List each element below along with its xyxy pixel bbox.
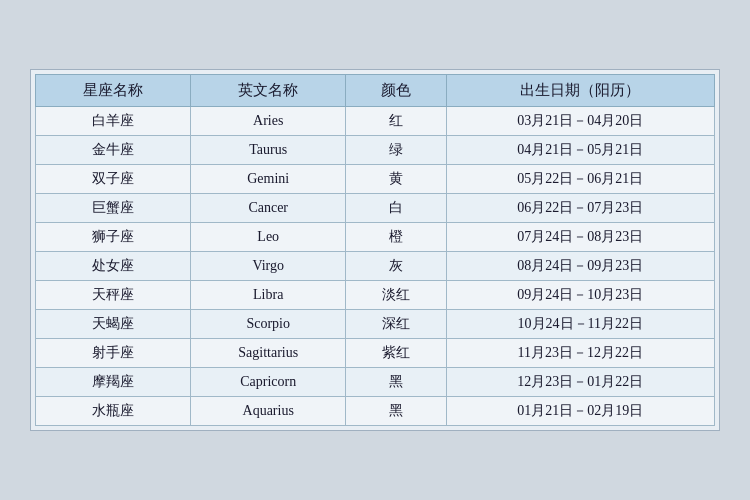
cell-dates: 06月22日－07月23日 [446,194,714,223]
cell-dates: 03月21日－04月20日 [446,107,714,136]
cell-color: 绿 [346,136,446,165]
cell-dates: 08月24日－09月23日 [446,252,714,281]
zodiac-table: 星座名称 英文名称 颜色 出生日期（阳历） 白羊座Aries红03月21日－04… [35,74,715,426]
table-row: 射手座Sagittarius紫红11月23日－12月22日 [36,339,715,368]
zodiac-table-container: 星座名称 英文名称 颜色 出生日期（阳历） 白羊座Aries红03月21日－04… [30,69,720,431]
cell-chinese: 狮子座 [36,223,191,252]
table-row: 巨蟹座Cancer白06月22日－07月23日 [36,194,715,223]
cell-color: 淡红 [346,281,446,310]
cell-chinese: 水瓶座 [36,397,191,426]
cell-dates: 09月24日－10月23日 [446,281,714,310]
cell-color: 黄 [346,165,446,194]
cell-chinese: 射手座 [36,339,191,368]
cell-color: 灰 [346,252,446,281]
cell-color: 白 [346,194,446,223]
cell-english: Sagittarius [191,339,346,368]
table-row: 天秤座Libra淡红09月24日－10月23日 [36,281,715,310]
cell-dates: 07月24日－08月23日 [446,223,714,252]
cell-english: Libra [191,281,346,310]
cell-dates: 04月21日－05月21日 [446,136,714,165]
table-header-row: 星座名称 英文名称 颜色 出生日期（阳历） [36,75,715,107]
cell-english: Capricorn [191,368,346,397]
cell-dates: 10月24日－11月22日 [446,310,714,339]
cell-english: Scorpio [191,310,346,339]
cell-chinese: 双子座 [36,165,191,194]
cell-color: 紫红 [346,339,446,368]
cell-chinese: 天秤座 [36,281,191,310]
table-row: 水瓶座Aquarius黑01月21日－02月19日 [36,397,715,426]
cell-chinese: 巨蟹座 [36,194,191,223]
cell-chinese: 天蝎座 [36,310,191,339]
cell-dates: 11月23日－12月22日 [446,339,714,368]
col-header-dates: 出生日期（阳历） [446,75,714,107]
cell-english: Virgo [191,252,346,281]
cell-english: Gemini [191,165,346,194]
table-row: 金牛座Taurus绿04月21日－05月21日 [36,136,715,165]
cell-dates: 12月23日－01月22日 [446,368,714,397]
table-row: 狮子座Leo橙07月24日－08月23日 [36,223,715,252]
cell-color: 红 [346,107,446,136]
cell-chinese: 处女座 [36,252,191,281]
col-header-color: 颜色 [346,75,446,107]
cell-color: 黑 [346,397,446,426]
cell-chinese: 白羊座 [36,107,191,136]
cell-english: Taurus [191,136,346,165]
cell-dates: 01月21日－02月19日 [446,397,714,426]
cell-color: 橙 [346,223,446,252]
cell-color: 黑 [346,368,446,397]
table-row: 白羊座Aries红03月21日－04月20日 [36,107,715,136]
cell-color: 深红 [346,310,446,339]
table-body: 白羊座Aries红03月21日－04月20日金牛座Taurus绿04月21日－0… [36,107,715,426]
cell-chinese: 金牛座 [36,136,191,165]
table-row: 处女座Virgo灰08月24日－09月23日 [36,252,715,281]
table-row: 摩羯座Capricorn黑12月23日－01月22日 [36,368,715,397]
col-header-chinese: 星座名称 [36,75,191,107]
cell-english: Aquarius [191,397,346,426]
cell-chinese: 摩羯座 [36,368,191,397]
cell-english: Aries [191,107,346,136]
cell-dates: 05月22日－06月21日 [446,165,714,194]
col-header-english: 英文名称 [191,75,346,107]
table-row: 双子座Gemini黄05月22日－06月21日 [36,165,715,194]
cell-english: Leo [191,223,346,252]
table-row: 天蝎座Scorpio深红10月24日－11月22日 [36,310,715,339]
cell-english: Cancer [191,194,346,223]
